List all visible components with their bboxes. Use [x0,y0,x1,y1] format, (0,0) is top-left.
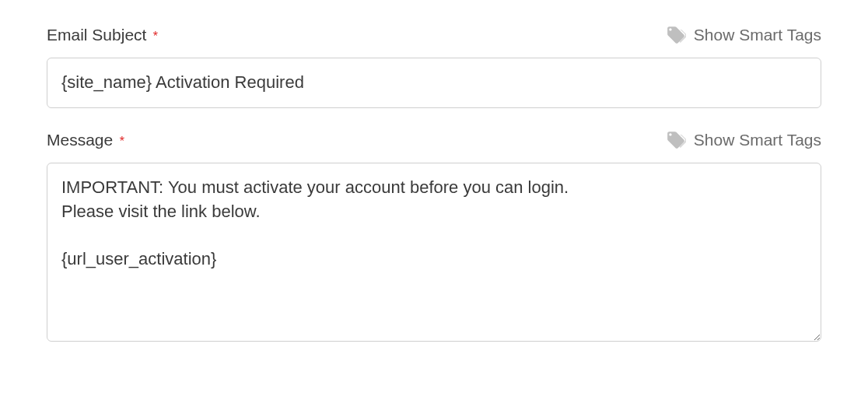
message-label-row: Message * Show Smart Tags [47,130,821,150]
show-smart-tags-message[interactable]: Show Smart Tags [666,130,821,150]
email-subject-label-wrapper: Email Subject * [47,26,158,44]
required-asterisk: * [153,30,158,43]
required-asterisk: * [120,135,124,148]
email-subject-group: Email Subject * Show Smart Tags [47,25,821,108]
message-group: Message * Show Smart Tags [47,130,821,345]
show-smart-tags-label: Show Smart Tags [694,131,821,149]
message-label-wrapper: Message * [47,131,124,149]
message-label: Message [47,131,113,149]
message-textarea[interactable] [47,163,821,342]
email-subject-input[interactable] [47,58,821,108]
tags-icon [666,25,686,45]
email-subject-label: Email Subject [47,26,146,44]
show-smart-tags-subject[interactable]: Show Smart Tags [666,25,821,45]
show-smart-tags-label: Show Smart Tags [694,26,821,44]
tags-icon [666,130,686,150]
email-subject-label-row: Email Subject * Show Smart Tags [47,25,821,45]
